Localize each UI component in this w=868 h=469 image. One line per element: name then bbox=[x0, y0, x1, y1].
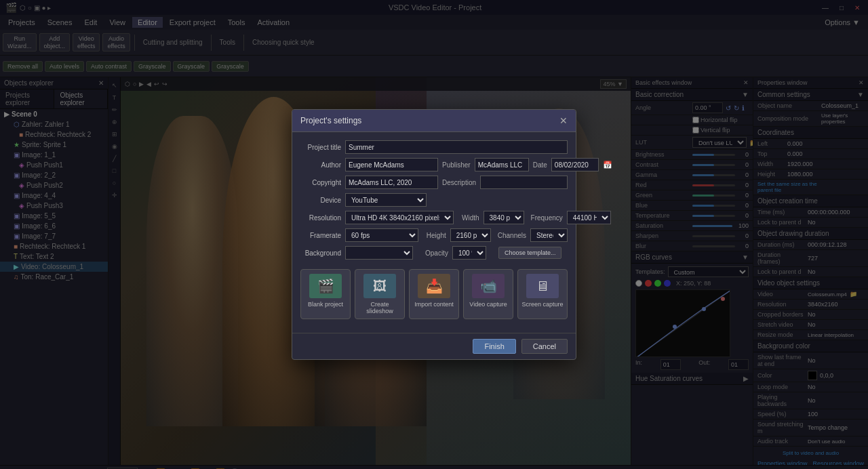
template-screen-capture[interactable]: 🖥 Screen capture bbox=[517, 269, 568, 319]
framerate-label: Framerate bbox=[300, 232, 341, 239]
resolution-label: Resolution bbox=[300, 214, 341, 222]
dialog-footer: Finish Cancel bbox=[292, 333, 576, 359]
device-row: Device YouTube bbox=[300, 193, 568, 207]
dialog-body: Project title Author Publisher Date 📅 Co… bbox=[292, 132, 576, 333]
template-blank[interactable]: 🎬 Blank project bbox=[300, 269, 351, 319]
publisher-input[interactable] bbox=[475, 158, 529, 171]
template-import[interactable]: 📥 Import content bbox=[409, 269, 459, 319]
import-icon: 📥 bbox=[426, 278, 443, 294]
background-select[interactable] bbox=[345, 246, 413, 260]
screen-capture-icon: 🖥 bbox=[536, 279, 549, 294]
height-label-dlg: Height bbox=[427, 232, 446, 239]
dialog-close-button[interactable]: ✕ bbox=[559, 115, 568, 126]
opacity-select[interactable]: 100 % bbox=[452, 246, 486, 260]
dialog-overlay: Project's settings ✕ Project title Autho… bbox=[0, 0, 868, 469]
background-row: Background Opacity 100 % Choose template… bbox=[300, 246, 568, 260]
author-label: Author bbox=[300, 161, 341, 169]
copyright-label: Copyright bbox=[300, 179, 341, 186]
device-select[interactable]: YouTube bbox=[345, 193, 427, 207]
choose-template-button[interactable]: Choose template... bbox=[498, 247, 562, 259]
dialog-title-bar: Project's settings ✕ bbox=[292, 110, 576, 132]
blank-project-icon: 🎬 bbox=[317, 278, 334, 294]
project-settings-dialog: Project's settings ✕ Project title Autho… bbox=[292, 109, 576, 360]
channels-label: Channels bbox=[498, 232, 526, 239]
blank-project-label: Blank project bbox=[304, 301, 347, 308]
import-label: Import content bbox=[412, 301, 456, 308]
height-select[interactable]: 2160 px bbox=[450, 228, 491, 242]
description-input[interactable] bbox=[480, 176, 568, 189]
width-label: Width bbox=[462, 214, 479, 222]
description-label: Description bbox=[442, 179, 476, 186]
device-label: Device bbox=[300, 197, 341, 204]
resolution-row: Resolution Ultra HD 4K 3840x2160 pixels … bbox=[300, 211, 568, 224]
screen-capture-label: Screen capture bbox=[521, 301, 564, 308]
template-slideshow[interactable]: 🖼 Create slideshow bbox=[355, 269, 405, 319]
copyright-input[interactable] bbox=[345, 176, 438, 189]
framerate-row: Framerate 60 fps Height 2160 px Channels… bbox=[300, 228, 568, 242]
video-capture-icon: 📹 bbox=[480, 278, 497, 294]
project-title-input[interactable] bbox=[345, 140, 568, 154]
publisher-label: Publisher bbox=[442, 161, 471, 169]
template-video-capture[interactable]: 📹 Video capture bbox=[463, 269, 513, 319]
video-capture-label: Video capture bbox=[467, 301, 510, 308]
slideshow-label: Create slideshow bbox=[358, 301, 401, 314]
frequency-select[interactable]: 44100 Hz bbox=[567, 211, 611, 224]
project-title-label: Project title bbox=[300, 144, 341, 151]
width-select[interactable]: 3840 px bbox=[484, 211, 524, 224]
template-grid: 🎬 Blank project 🖼 Create slideshow 📥 Imp… bbox=[300, 264, 568, 325]
author-input[interactable] bbox=[345, 158, 438, 171]
dialog-title-text: Project's settings bbox=[300, 116, 361, 125]
calendar-icon[interactable]: 📅 bbox=[603, 161, 612, 169]
slideshow-icon: 🖼 bbox=[373, 279, 387, 294]
date-label: Date bbox=[533, 161, 547, 169]
background-label: Background bbox=[300, 249, 341, 257]
cancel-button[interactable]: Cancel bbox=[521, 339, 568, 354]
date-input[interactable] bbox=[551, 158, 599, 171]
channels-select[interactable]: Stereo bbox=[530, 228, 568, 242]
freq-label: Frequency bbox=[531, 214, 563, 222]
resolution-select-dialog[interactable]: Ultra HD 4K 3840x2160 pixels (16... bbox=[345, 211, 454, 224]
copyright-desc-row: Copyright Description bbox=[300, 176, 568, 189]
framerate-select[interactable]: 60 fps bbox=[345, 228, 418, 242]
author-pub-date-row: Author Publisher Date 📅 bbox=[300, 158, 568, 171]
project-title-row: Project title bbox=[300, 140, 568, 154]
finish-button[interactable]: Finish bbox=[473, 339, 515, 354]
opacity-label: Opacity bbox=[425, 249, 448, 257]
